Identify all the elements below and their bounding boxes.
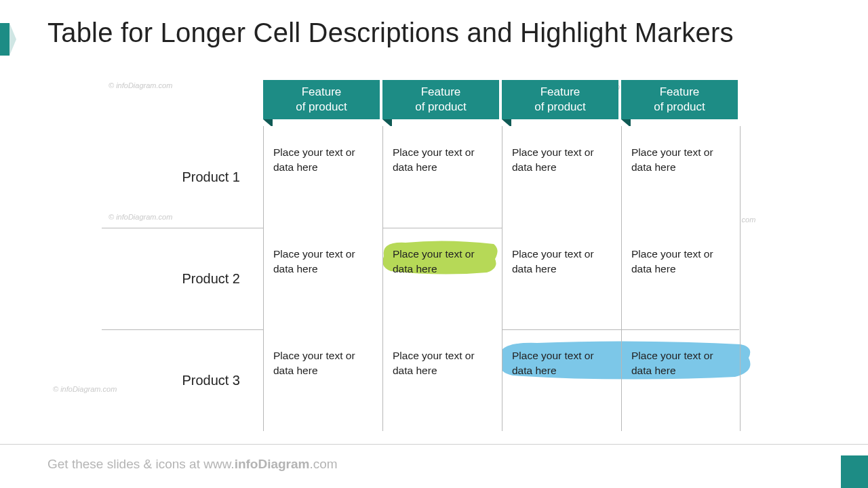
table-cell: Place your text or data here [621, 329, 741, 431]
slide-title: Table for Longer Cell Descriptions and H… [47, 18, 734, 48]
col-head-line2: of product [654, 100, 705, 113]
table-cell: Place your text or data here [382, 126, 502, 228]
col-head-line1: Feature [540, 85, 580, 98]
table-cell: Place your text or data here [502, 126, 621, 228]
footer-bold: infoDiagram [235, 457, 310, 471]
cell-text: Place your text or data here [273, 248, 355, 274]
column-header: Feature of product [502, 80, 618, 119]
col-head-line2: of product [415, 100, 467, 113]
table-body: Product 1 Place your text or data here P… [102, 126, 780, 431]
cell-text: Place your text or data here [273, 146, 355, 173]
cell-text: Place your text or data here [393, 350, 475, 376]
slide: Table for Longer Cell Descriptions and H… [0, 0, 868, 488]
col-head-line1: Feature [660, 85, 700, 98]
table-cell: Place your text or data here [263, 126, 382, 228]
cell-text: Place your text or data here [631, 248, 713, 274]
col-head-line1: Feature [421, 85, 461, 98]
row-label: Product 2 [102, 228, 263, 329]
cell-text: Place your text or data here [393, 146, 475, 173]
table-cell: Place your text or data here [502, 228, 621, 329]
footer-pre: Get these slides & icons at www. [47, 457, 235, 471]
table-cell: Place your text or data here [621, 126, 741, 228]
table-cell: Place your text or data here [621, 228, 741, 329]
cell-text: Place your text or data here [273, 350, 355, 376]
column-header: Feature of product [263, 80, 380, 119]
table-cell: Place your text or data here [382, 329, 502, 431]
cell-text: Place your text or data here [393, 248, 475, 274]
cell-text: Place your text or data here [512, 146, 594, 173]
column-header: Feature of product [382, 80, 499, 119]
accent-tab-icon [0, 23, 9, 56]
table-cell: Place your text or data here [263, 228, 382, 329]
cell-text: Place your text or data here [512, 248, 594, 274]
cell-text: Place your text or data here [631, 146, 713, 173]
cell-text: Place your text or data here [631, 350, 713, 376]
table-cell: Place your text or data here [263, 329, 382, 431]
column-headers-row: Feature of product Feature of product Fe… [263, 80, 780, 126]
table-cell: Place your text or data here [382, 228, 502, 329]
table-cell: Place your text or data here [502, 329, 621, 431]
row-label: Product 3 [102, 329, 263, 431]
row-label: Product 1 [102, 126, 263, 228]
footer-post: .com [309, 457, 337, 471]
footer-divider [0, 444, 868, 445]
footer-text: Get these slides & icons at www.infoDiag… [47, 457, 338, 472]
col-head-line1: Feature [302, 85, 342, 98]
cell-text: Place your text or data here [512, 350, 594, 376]
footer-accent-icon [841, 455, 868, 488]
comparison-table: Feature of product Feature of product Fe… [102, 80, 780, 431]
column-header: Feature of product [621, 80, 738, 119]
col-head-line2: of product [534, 100, 586, 113]
col-head-line2: of product [296, 100, 347, 113]
